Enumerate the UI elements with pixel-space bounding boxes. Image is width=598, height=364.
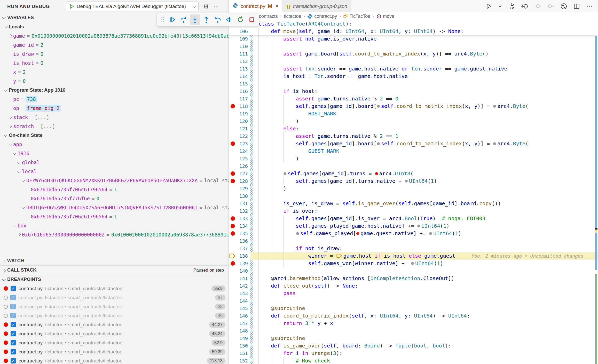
breakpoint-row[interactable]: ✓contract.pytictactoe • smart_contracts/… (0, 320, 229, 329)
gutter-breakpoint-zone[interactable] (229, 342, 237, 350)
breakpoint-checkbox[interactable]: ✓ (11, 358, 16, 363)
breakpoint-row[interactable]: ✓contract.pytictactoe • smart_contracts/… (0, 311, 229, 320)
chevron-right-icon[interactable] (8, 34, 12, 37)
gutter-breakpoint-zone[interactable] (229, 237, 237, 245)
code-line-117[interactable]: 117 assert game.turns.native % 2 == 0 (229, 95, 598, 102)
variable-row[interactable]: 0x67616d65730000000000000002=0x010002000… (0, 230, 229, 239)
breakpoint-checkbox[interactable]: ✓ (10, 313, 16, 318)
code-line-149[interactable]: 149 @subroutine (229, 335, 598, 342)
variable-row[interactable]: is_draw=0 (0, 49, 229, 58)
gutter-breakpoint-zone[interactable] (229, 267, 237, 275)
code-editor[interactable]: 33class TicTacToe(ARC4Contract):106 def … (229, 20, 598, 364)
chevron-right-icon[interactable] (17, 233, 21, 236)
variable-row[interactable]: y=0 (0, 76, 229, 85)
debug-config-dropdown[interactable]: Debug TEAL via AlgoKit AVM Debugger (tic… (66, 2, 199, 11)
chevron-down-icon[interactable] (13, 223, 16, 227)
(gutter) breakpoint-zone[interactable] (229, 170, 237, 177)
breakpoint-row[interactable]: ✓contract.pytictactoe • smart_contracts/… (0, 356, 229, 364)
chevron-down-icon[interactable] (4, 25, 7, 28)
gutter-breakpoint-zone[interactable] (229, 28, 237, 35)
code-line-135[interactable]: 135 self.games_played[game.guest.native]… (229, 230, 598, 237)
breakpoint-row[interactable]: ✓contract.pytictactoe • smart_contracts/… (0, 347, 229, 356)
sync-icon[interactable] (508, 3, 515, 10)
code-line-124[interactable]: 124 GUEST_MARK (229, 147, 598, 155)
gutter-breakpoint-zone[interactable] (229, 245, 237, 252)
code-line-130[interactable]: 130 (229, 192, 598, 200)
restart-button[interactable] (235, 14, 246, 25)
breakpoint-checkbox[interactable]: ✓ (11, 286, 16, 291)
section-header-call-stack[interactable]: CALL STACK Paused on step (0, 265, 229, 275)
gutter-breakpoint-zone[interactable] (229, 275, 237, 282)
code-line-106[interactable]: 106 def move(self, game_id: UInt64, x: U… (229, 28, 598, 35)
breakpoint-row[interactable]: ✓contract.pytictactoe • smart_contracts/… (0, 329, 229, 338)
inline-breakpoint-candidate-icon[interactable] (411, 262, 414, 265)
navigate-back-icon[interactable] (521, 3, 528, 10)
variable-row[interactable]: game_id=2 (0, 40, 229, 49)
code-line-127[interactable]: 127 self.games[game_id].turns = arc4.UIn… (229, 170, 598, 177)
code-line-114[interactable]: 114 is_host = Txn.sender == game.host.na… (229, 73, 598, 80)
variable-row[interactable]: OEYWY64H3D7QK6KCGG6NM2XKKOTZB6BEGZ2P6VAW… (0, 176, 229, 185)
gutter-breakpoint-zone[interactable] (229, 65, 237, 73)
reverse-continue-button[interactable] (224, 14, 234, 25)
code-line-152[interactable]: 152 # Row check (229, 357, 598, 364)
inline-breakpoint-candidate-icon[interactable] (377, 142, 380, 145)
variable-row[interactable]: op=frame_dig 2 (0, 104, 229, 113)
gutter-breakpoint-zone[interactable] (229, 320, 237, 327)
gutter-breakpoint-zone[interactable] (229, 200, 237, 207)
inline-breakpoint-candidate-icon[interactable] (405, 180, 408, 183)
breadcrumb-item-contract.py[interactable]: contract.py (307, 14, 337, 19)
code-line-132[interactable]: 132 if is_over: (229, 207, 598, 215)
code-line-134[interactable]: 134 self.games_played[game.host.native] … (229, 222, 598, 230)
variable-row[interactable]: UBUTQ6FOG5ZWRCI64DUSX7SA6FOGMUJ7STNQVPAJ… (0, 203, 229, 212)
code-line-146[interactable]: 146 def coord_to_matrix_index(self, x: U… (229, 312, 598, 320)
breakpoint-checkbox[interactable]: ✓ (10, 304, 16, 309)
(gutter) breakpoint-zone[interactable] (229, 177, 237, 185)
breakpoint-checkbox[interactable]: ✓ (11, 340, 16, 345)
code-line-123[interactable]: 123 self.games[game_id].board[self.coord… (229, 140, 598, 147)
breakpoint-checkbox[interactable]: ✓ (11, 322, 16, 327)
close-icon[interactable]: × (275, 3, 279, 10)
more-actions-icon[interactable] (586, 3, 593, 10)
source-control-graph-icon[interactable] (560, 3, 567, 10)
variable-row[interactable]: pc=738 (0, 94, 229, 104)
breakpoint-row[interactable]: ✓contract.pytictactoe • smart_contracts/… (0, 293, 229, 302)
gutter-breakpoint-zone[interactable] (229, 73, 237, 80)
step-over-button[interactable] (178, 14, 189, 25)
variable-row[interactable]: box (0, 221, 229, 230)
code-line-148[interactable]: 148 (229, 327, 598, 335)
gutter-breakpoint-zone[interactable] (229, 110, 237, 117)
breakpoint-icon[interactable] (231, 104, 235, 108)
code-line-33[interactable]: 33class TicTacToe(ARC4Contract): (229, 20, 598, 28)
gutter-breakpoint-zone[interactable] (229, 357, 237, 364)
run-dropdown-icon[interactable] (498, 4, 502, 8)
variable-row[interactable]: global (0, 158, 229, 167)
chevron-down-icon[interactable] (17, 169, 21, 173)
code-line-150[interactable]: 150 def is_game_over(self, board: Board)… (229, 342, 598, 350)
chevron-down-icon[interactable] (4, 133, 7, 137)
chevron-down-icon[interactable] (17, 160, 21, 164)
tab-transaction-group-0.json[interactable]: {}transaction-group-0.json (283, 0, 351, 12)
inline-breakpoint-candidate-icon[interactable] (417, 225, 420, 227)
code-line-122[interactable]: 122 assert game.turns.native % 2 == 1 (229, 132, 598, 140)
gutter-breakpoint-zone[interactable] (229, 132, 237, 140)
gutter-breakpoint-zone[interactable] (229, 125, 237, 132)
gutter-breakpoint-zone[interactable] (229, 155, 237, 162)
code-line-144[interactable]: 144 (229, 297, 598, 305)
code-line-145[interactable]: 145 @subroutine (229, 305, 598, 312)
chevron-right-icon[interactable] (8, 124, 12, 128)
gear-icon[interactable]: ⚙ (203, 3, 209, 10)
code-line-121[interactable]: 121 else: (229, 125, 598, 132)
code-line-133[interactable]: 133 self.games[game_id].is_over = arc4.B… (229, 215, 598, 222)
variable-row[interactable]: 0x67616d65735f776f6e=0 (0, 194, 229, 203)
code-line-143[interactable]: 143 pass (229, 290, 598, 297)
inline-breakpoint-candidate-icon[interactable] (377, 105, 380, 108)
code-line-151[interactable]: 151 for i in urange(3): (229, 350, 598, 357)
inline-breakpoint-candidate-icon[interactable] (493, 105, 496, 108)
current-instruction-pointer-icon[interactable] (229, 252, 237, 260)
variable-row[interactable]: Program State: App 1916 (0, 85, 229, 94)
code-line-112[interactable]: 112 (229, 58, 598, 65)
code-line-119[interactable]: 119 HOST_MARK (229, 110, 598, 117)
code-line-131[interactable]: 131 is_over, is_draw = self.is_game_over… (229, 200, 598, 207)
gutter-breakpoint-zone[interactable] (229, 43, 237, 50)
start-debugging-icon[interactable] (69, 4, 74, 9)
